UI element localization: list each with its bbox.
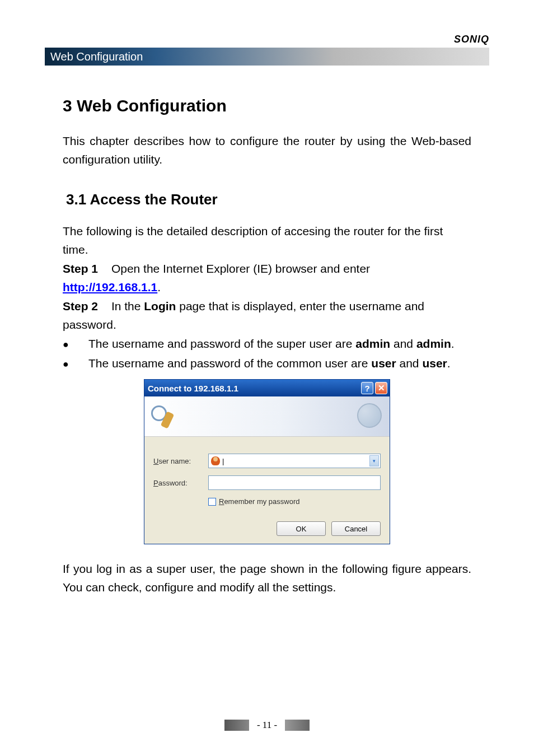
user-icon: [211, 456, 220, 465]
footer-decor-right: [285, 720, 310, 731]
remember-checkbox[interactable]: [208, 498, 216, 506]
page-footer: - 11 -: [0, 720, 534, 731]
bullet1-b2: admin: [416, 337, 451, 350]
chapter-heading: 3 Web Configuration: [63, 96, 471, 115]
brand-logo: soniq: [45, 34, 489, 45]
close-button[interactable]: ✕: [375, 382, 387, 394]
bullet1-d: .: [451, 337, 455, 350]
step-1-text-a: Open the Internet Explorer (IE) browser …: [111, 262, 370, 275]
password-input[interactable]: [208, 475, 381, 490]
chevron-down-icon[interactable]: ▾: [369, 455, 379, 466]
ok-button[interactable]: OK: [277, 521, 326, 536]
bullet1-c: and: [390, 337, 416, 350]
cancel-button[interactable]: Cancel: [331, 521, 381, 536]
bullet1-a: The username and password of the super u…: [88, 337, 355, 350]
bullet2-c: and: [396, 357, 423, 370]
section-intro: The following is the detailed descriptio…: [63, 222, 471, 259]
step-2-text-a: In the: [111, 300, 144, 312]
step-2-label: Step 2: [63, 300, 98, 312]
bullet2-b1: user: [371, 357, 396, 370]
step-1-text-b: .: [157, 281, 161, 293]
header-bar: Web Configuration: [45, 48, 489, 66]
bullet1-b1: admin: [355, 337, 390, 350]
step-1: Step 1 Open the Internet Explorer (IE) b…: [63, 260, 471, 296]
keys-icon: [150, 403, 177, 430]
dialog-titlebar: Connect to 192.168.1.1 ? ✕: [144, 380, 390, 396]
footer-decor-left: [224, 720, 249, 731]
bullet-1: ● The username and password of the super…: [63, 335, 471, 353]
remember-row[interactable]: Remember my password: [208, 497, 381, 506]
bullet-dot: ●: [63, 357, 69, 373]
post-dialog-text: If you log in as a super user, the page …: [63, 560, 471, 596]
chapter-intro: This chapter describes how to configure …: [63, 132, 471, 169]
page-number: - 11 -: [257, 720, 277, 731]
step-1-label: Step 1: [63, 262, 98, 275]
login-dialog: Connect to 192.168.1.1 ? ✕ User name:: [144, 379, 390, 544]
bullet2-a: The username and password of the common …: [88, 357, 371, 370]
router-url-link[interactable]: http://192.168.1.1: [63, 281, 157, 293]
bullet-dot: ●: [63, 337, 69, 353]
username-value: |: [222, 457, 369, 465]
bullet2-d: .: [447, 357, 451, 370]
username-label: User name:: [153, 457, 208, 465]
username-combobox[interactable]: | ▾: [208, 454, 381, 468]
step-2-bold: Login: [144, 300, 176, 312]
dialog-title: Connect to 192.168.1.1: [148, 384, 361, 393]
step-2: Step 2 In the Login page that is display…: [63, 297, 471, 334]
bullet2-b2: user: [422, 357, 447, 370]
section-heading: 3.1 Access the Router: [66, 191, 471, 208]
remember-label: Remember my password: [219, 497, 300, 506]
password-label: Password:: [153, 479, 208, 487]
bullet-2: ● The username and password of the commo…: [63, 354, 471, 373]
header-tab-label: Web Configuration: [50, 50, 143, 63]
globe-icon: [357, 403, 384, 430]
help-button[interactable]: ?: [361, 382, 373, 394]
dialog-banner: [144, 396, 390, 437]
